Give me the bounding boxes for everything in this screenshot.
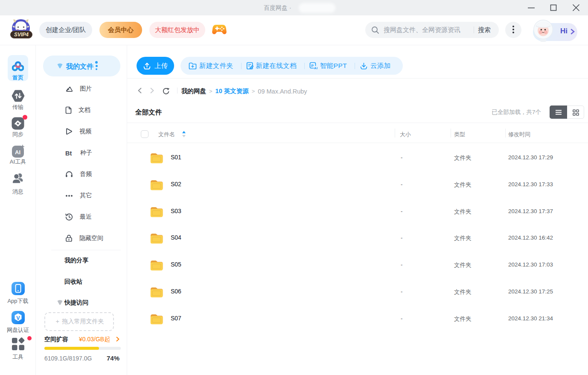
svg-text:V: V	[16, 315, 20, 321]
svg-text:P: P	[311, 64, 314, 68]
svg-text:AI: AI	[314, 66, 317, 70]
svg-text:AI: AI	[15, 149, 20, 155]
svg-text:Bt: Bt	[65, 150, 72, 157]
